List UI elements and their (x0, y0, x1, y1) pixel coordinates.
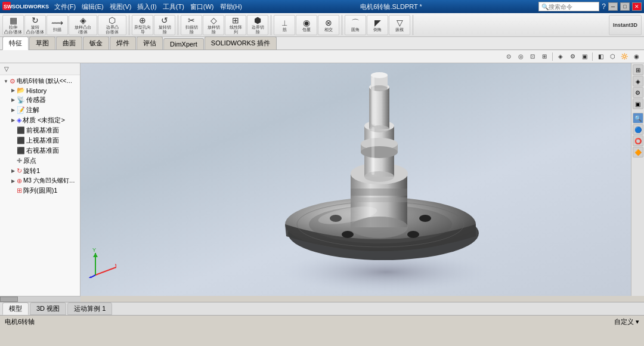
tab-sheet-metal[interactable]: 钣金 (83, 36, 109, 50)
tab-dimxpert[interactable]: DimXpert (163, 38, 204, 50)
help-icon[interactable]: ? (602, 2, 606, 11)
rib-button[interactable]: ⟂ 筋 (274, 15, 295, 35)
tree-hole-item[interactable]: ▶ ⊕ M3 六角凹头螺钉的柱形孔... (7, 176, 80, 186)
tree-top-plane-item[interactable]: ⬛ 上视基准面 (7, 135, 80, 146)
svg-rect-17 (351, 197, 407, 202)
rt-btn-6[interactable]: 🔵 (633, 124, 643, 135)
tab-surface[interactable]: 曲面 (56, 36, 82, 50)
rt-btn-1[interactable]: ⊞ (633, 64, 643, 75)
status-model-name: 电机6转轴 (5, 317, 35, 326)
tab-sketch[interactable]: 草图 (29, 36, 55, 50)
scrollbar-thumb[interactable] (0, 296, 18, 302)
btab-model[interactable]: 模型 (2, 302, 29, 315)
menu-help[interactable]: 帮助(H) (218, 2, 244, 11)
minimize-button[interactable]: ─ (608, 2, 618, 11)
rt-btn-4[interactable]: ▣ (633, 98, 643, 109)
view-btn-11[interactable]: ◉ (631, 51, 642, 62)
tab-weldment[interactable]: 焊件 (110, 36, 136, 50)
svg-text:Y: Y (92, 248, 96, 253)
view-btn-9[interactable]: ⬡ (607, 51, 618, 62)
extrude-boss-button[interactable]: ▦ 拉伸 凸台/基体 (2, 15, 24, 35)
view-btn-5[interactable]: ◈ (555, 51, 566, 62)
menu-file[interactable]: 文件(F) (52, 2, 78, 11)
sweep-cut-icon: ✂ (188, 16, 195, 24)
close-button[interactable]: ✕ (632, 2, 642, 11)
tree-pattern-item[interactable]: ⊞ 阵列(圆周)1 (7, 186, 80, 196)
menu-view[interactable]: 视图(V) (108, 2, 134, 11)
wrap-button[interactable]: ◉ 包覆 (296, 15, 317, 35)
boundary-boss-button[interactable]: ⬡ 边界凸 台/基体 (98, 15, 126, 35)
main-content: ▽ ▼ ⚙ 电机6转轴 (默认<<默认>显示状态-1>) ▶ 📂 History… (0, 63, 644, 296)
revolve-cut-button[interactable]: ↺ 旋转切 除 (154, 15, 175, 35)
loft-cut-icon: ◇ (210, 16, 217, 24)
linear-pattern-button[interactable]: ⊞ 线性阵 列 (225, 15, 246, 35)
rt-btn-2[interactable]: ◈ (633, 76, 643, 86)
btab-3dview[interactable]: 3D 视图 (30, 302, 66, 315)
maximize-button[interactable]: □ (620, 2, 630, 11)
loft-boss-button[interactable]: ◈ 放样凸台 /基体 (69, 15, 97, 35)
fillet-button[interactable]: ⌒ 圆角 (345, 15, 366, 35)
right-plane-icon: ⬛ (17, 147, 25, 155)
sweep-button[interactable]: ⟿ 扫描 (47, 15, 68, 35)
revolve-boss-button[interactable]: ↻ 旋转 凸台/基体 (24, 15, 46, 35)
revolve-cut-icon: ↺ (161, 16, 168, 24)
rt-btn-8[interactable]: 🔶 (633, 147, 643, 157)
right-toolbar: ⊞ ◈ ⚙ ▣ 🔍 🔵 ⭕ 🔶 (631, 63, 644, 296)
menu-window[interactable]: 窗口(W) (188, 2, 216, 11)
tree-revolve1-item[interactable]: ▶ ↻ 旋转1 (7, 166, 80, 176)
origin-icon: ✚ (17, 157, 22, 165)
view-btn-6[interactable]: ⚙ (567, 51, 578, 62)
view-btn-4[interactable]: ⊞ (539, 51, 550, 62)
view-btn-8[interactable]: ◧ (595, 51, 606, 62)
tree-root-item[interactable]: ▼ ⚙ 电机6转轴 (默认<<默认>显示状态-1>) (0, 76, 80, 86)
intersect-button[interactable]: ⊗ 相交 (318, 15, 339, 35)
tree-front-plane-item[interactable]: ⬛ 前视基准面 (7, 125, 80, 135)
放样切除-button[interactable]: ◇ 放样切 除 (203, 15, 224, 35)
tree-sensor-item[interactable]: ▶ 📡 传感器 (7, 95, 80, 105)
status-customize[interactable]: 自定义 ▾ (614, 317, 639, 326)
tree-history-item[interactable]: ▶ 📂 History (7, 86, 80, 95)
sweep-cut-button[interactable]: ✂ 扫描切 除 (181, 15, 202, 35)
menu-tools[interactable]: 工具(T) (161, 2, 186, 11)
svg-line-33 (95, 266, 116, 275)
hole-wizard-button[interactable]: ⊕ 异型孔向 导 (132, 15, 153, 35)
menu-edit[interactable]: 编辑(E) (80, 2, 106, 11)
view-btn-10[interactable]: 🔆 (619, 51, 630, 62)
view-btn-1[interactable]: ⊙ (503, 51, 514, 62)
search-icon: 🔍 (541, 4, 549, 10)
view-btn-7[interactable]: ▣ (579, 51, 590, 62)
tree-right-plane-item[interactable]: ⬛ 右视基准面 (7, 146, 80, 156)
menu-insert[interactable]: 插入(I) (135, 2, 158, 11)
btab-motion[interactable]: 运动算例 1 (67, 302, 112, 315)
horizontal-scrollbar[interactable] (0, 296, 80, 302)
tree-material-item[interactable]: ▶ ◈ 材质 <未指定> (7, 115, 80, 125)
draft-button[interactable]: ▽ 拔模 (389, 15, 410, 35)
status-right: 自定义 ▾ (614, 317, 639, 326)
wrap-icon: ◉ (303, 18, 310, 27)
boundary-cut-button[interactable]: ⬢ 边界切 除 (247, 15, 268, 35)
tab-evaluate[interactable]: 评估 (137, 36, 163, 50)
tree-filter-icon[interactable]: ▽ (1, 64, 12, 74)
hole-label: M3 六角凹头螺钉的柱形孔... (23, 177, 78, 185)
chamfer-button[interactable]: ◤ 倒角 (367, 15, 388, 35)
hole-icon: ⊕ (17, 177, 22, 185)
3d-viewport[interactable]: X Y Z (80, 63, 631, 296)
tree-annotation-item[interactable]: ▶ 📝 注解 (7, 105, 80, 115)
svg-text:SW: SW (4, 4, 13, 10)
top-plane-expander (10, 137, 17, 144)
instant3d-button[interactable]: Instant3D (609, 15, 642, 35)
rt-btn-7[interactable]: ⭕ (633, 135, 643, 146)
tab-solidworks-addins[interactable]: SOLIDWORKS 插件 (205, 36, 277, 50)
material-label: 材质 <未指定> (23, 116, 65, 125)
search-input[interactable] (549, 4, 596, 10)
view-btn-3[interactable]: ⊡ (527, 51, 538, 62)
rt-btn-5[interactable]: 🔍 (633, 113, 643, 123)
history-expander: ▶ (10, 87, 17, 94)
tab-features[interactable]: 特征 (2, 36, 29, 50)
root-expander: ▼ (2, 78, 10, 85)
main-toolbar: ▦ 拉伸 凸台/基体 ↻ 旋转 凸台/基体 ⟿ 扫描 ◈ 放样凸台 /基体 ⬡ … (0, 13, 644, 37)
view-btn-2[interactable]: ◎ (515, 51, 526, 62)
tree-origin-item[interactable]: ✚ 原点 (7, 156, 80, 166)
svg-line-39 (88, 275, 95, 278)
rt-btn-3[interactable]: ⚙ (633, 87, 643, 98)
